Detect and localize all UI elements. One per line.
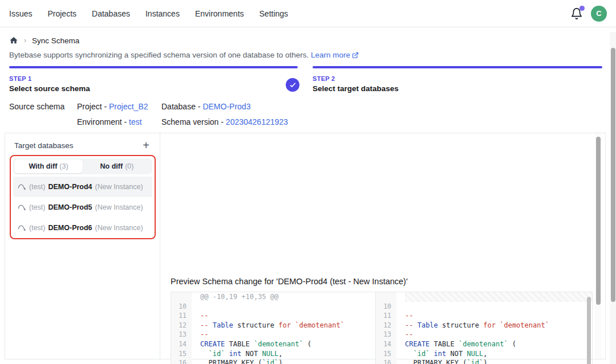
check-icon [289, 81, 297, 89]
target-database-item[interactable]: (test) DEMO-Prod4 (New Instance) [13, 177, 152, 197]
nav-item-issues[interactable]: Issues [9, 9, 32, 18]
diff-line: 14CREATE TABLE `demotenant` ( [376, 340, 592, 349]
step-2-label: STEP 2 [313, 75, 602, 82]
target-database-list: (test) DEMO-Prod4 (New Instance) (test) … [13, 177, 152, 238]
sync-schema-page: IssuesProjectsDatabasesInstancesEnvironm… [0, 0, 616, 364]
tab-no-diff[interactable]: No diff (0) [83, 159, 151, 173]
diff-line: 10 [376, 302, 592, 312]
page-scrollbar-thumb[interactable] [611, 48, 615, 302]
db-instance-suffix: (New Instance) [95, 224, 143, 232]
breadcrumb-separator: › [24, 36, 26, 44]
step-1-progress-bar [9, 66, 298, 68]
schema-version-link[interactable]: 20230426121923 [226, 117, 288, 126]
diff-line: 13-- [171, 330, 375, 340]
step-2: STEP 2 Select target databases [313, 66, 602, 93]
db-environment: (test) [29, 183, 45, 191]
top-navigation: IssuesProjectsDatabasesInstancesEnvironm… [0, 0, 616, 27]
target-databases-header: Target databases + [5, 133, 160, 154]
mysql-icon [18, 203, 26, 212]
intro-description: Bytebase supports synchronizing a specif… [9, 51, 309, 59]
source-field-environment: Environment - test [77, 117, 161, 133]
source-schema-fields: Project - Project_B2 Environment - test … [77, 102, 288, 133]
avatar[interactable]: C [591, 6, 607, 22]
diff-line: 16 PRIMARY KEY (`id`) [376, 358, 592, 364]
environment-link[interactable]: test [129, 117, 142, 126]
db-name: DEMO-Prod6 [48, 224, 92, 232]
diff-line: 16 PRIMARY KEY (`id`) [171, 358, 375, 364]
diff-pane-modified: 1011--12-- Table structure for `demotena… [376, 292, 592, 364]
notifications-button[interactable] [570, 7, 583, 20]
schema-diff-editor: @@ -10,19 +10,35 @@1011--12-- Table stru… [171, 292, 593, 364]
panel-scrollbar-thumb[interactable] [596, 137, 601, 305]
diff-line: 12-- Table structure for `demotenant` [376, 321, 592, 330]
diff-line: 13-- [376, 330, 592, 340]
external-link-icon [352, 52, 359, 59]
step-1: STEP 1 Select source schema [9, 66, 298, 93]
target-database-item[interactable]: (test) DEMO-Prod5 (New Instance) [13, 197, 152, 218]
diff-pane-original: @@ -10,19 +10,35 @@1011--12-- Table stru… [171, 292, 376, 364]
diff-line: 15 `id` int NOT NULL, [376, 349, 592, 359]
selection-highlight-box: With diff (3) No diff (0) (test) DEMO-Pr… [10, 155, 156, 239]
nav-item-instances[interactable]: Instances [145, 9, 180, 18]
nav-item-projects[interactable]: Projects [47, 9, 76, 18]
source-field-project: Project - Project_B2 [77, 102, 161, 117]
diff-filter-tabs: With diff (3) No diff (0) [13, 158, 152, 174]
tab-with-diff[interactable]: With diff (3) [14, 159, 83, 173]
target-databases-title: Target databases [14, 141, 74, 150]
editor-scrollbar-thumb[interactable] [587, 297, 591, 364]
target-database-item[interactable]: (test) DEMO-Prod6 (New Instance) [13, 218, 152, 238]
database-link[interactable]: DEMO-Prod3 [202, 102, 250, 111]
diff-line: 12-- Table structure for `demotenant` [171, 321, 375, 330]
add-target-database-button[interactable]: + [141, 140, 151, 150]
diff-line: 15 `id` int NOT NULL, [171, 349, 375, 359]
diff-line: @@ -10,19 +10,35 @@ [171, 292, 375, 302]
nav-item-settings[interactable]: Settings [260, 9, 289, 18]
diff-line: 14CREATE TABLE `demotenant` ( [171, 340, 375, 349]
step-1-label: STEP 1 [9, 75, 298, 82]
learn-more-link[interactable]: Learn more [311, 51, 359, 59]
step-1-completed-check [286, 78, 299, 92]
step-2-progress-bar [313, 66, 602, 68]
db-instance-suffix: (New Instance) [95, 203, 143, 211]
source-field-database: Database - DEMO-Prod3 [161, 102, 288, 117]
content-container: Target databases + With diff (3) No diff… [5, 133, 606, 359]
source-schema-summary: Source schema Project - Project_B2 Envir… [9, 102, 288, 133]
step-1-title: Select source schema [9, 84, 298, 93]
breadcrumb-page-label: Sync Schema [32, 36, 79, 45]
nav-item-environments[interactable]: Environments [195, 9, 244, 18]
db-name: DEMO-Prod4 [48, 183, 92, 191]
project-link[interactable]: Project_B2 [109, 102, 148, 111]
nav-menu: IssuesProjectsDatabasesInstancesEnvironm… [9, 9, 288, 18]
diff-line: 11-- [376, 311, 592, 321]
home-icon[interactable] [9, 36, 18, 45]
source-field-schema-version: Schema version - 20230426121923 [161, 117, 288, 133]
notification-dot [579, 6, 585, 11]
preview-title: Preview Schema change for 'DEMO-Prod4 (t… [171, 277, 408, 286]
target-databases-panel: Target databases + With diff (3) No diff… [5, 133, 160, 359]
step-2-title: Select target databases [313, 84, 602, 93]
source-schema-label: Source schema [9, 102, 77, 133]
db-environment: (test) [29, 224, 45, 232]
db-environment: (test) [29, 203, 45, 211]
diff-line [376, 292, 592, 302]
db-instance-suffix: (New Instance) [95, 183, 143, 191]
diff-line: 10 [171, 302, 375, 312]
breadcrumb: › Sync Schema [9, 36, 79, 45]
nav-right: C [570, 6, 607, 22]
db-name: DEMO-Prod5 [48, 203, 92, 211]
nav-item-databases[interactable]: Databases [92, 9, 130, 18]
mysql-icon [18, 224, 26, 232]
mysql-icon [18, 183, 26, 191]
diff-line: 11-- [171, 311, 375, 321]
intro-text: Bytebase supports synchronizing a specif… [9, 51, 359, 59]
